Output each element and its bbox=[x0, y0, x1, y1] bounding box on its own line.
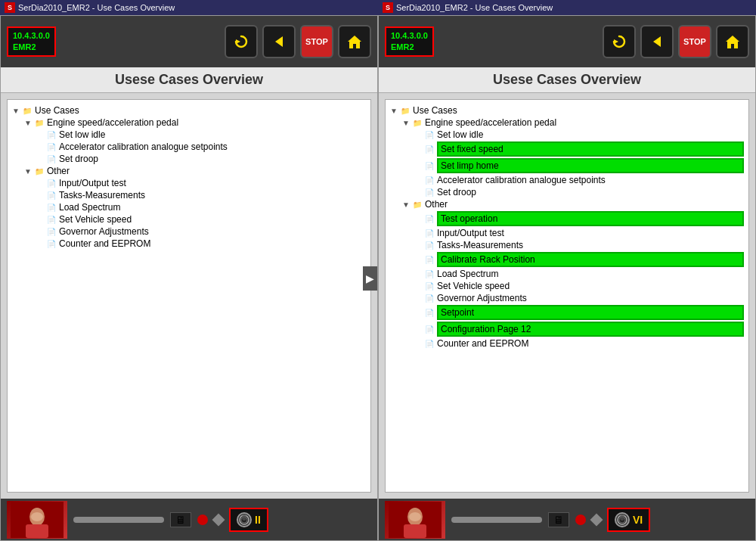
left-statusbar: II bbox=[1, 499, 377, 540]
file-icon-counter-left bbox=[47, 239, 57, 248]
app-icon-right: S bbox=[383, 2, 393, 13]
title-bar-right: S SerDia2010_EMR2 - Use Cases Overview bbox=[378, 0, 756, 15]
folder-icon-other-right bbox=[413, 200, 423, 209]
back-button-left[interactable] bbox=[262, 25, 296, 58]
svg-marker-11 bbox=[653, 36, 661, 47]
tree-other-folder-right[interactable]: ▼ Other bbox=[390, 198, 744, 210]
file-icon-config bbox=[425, 325, 435, 334]
tree-root-right[interactable]: ▼ Use Cases bbox=[390, 104, 744, 117]
file-icon-low-idle-left bbox=[47, 130, 57, 139]
timer-icon-left bbox=[237, 512, 252, 527]
tree-item-vehicle-right[interactable]: Set Vehicle speed bbox=[390, 280, 744, 292]
tree-item-fixed-speed[interactable]: Set fixed speed bbox=[390, 141, 744, 157]
tree-root-left[interactable]: ▼ Use Cases bbox=[12, 104, 366, 117]
tree-item-test-operation[interactable]: Test operation bbox=[390, 210, 744, 227]
tree-engine-folder-left[interactable]: ▼ Engine speed/acceleration pedal bbox=[12, 117, 366, 129]
tree-item-acc-cal-left[interactable]: Accelerator calibration analogue setpoin… bbox=[12, 141, 366, 153]
svg-point-9 bbox=[242, 515, 246, 521]
tree-item-load-left[interactable]: Load Spectrum bbox=[12, 201, 366, 213]
left-panel: 10.4.3.0.0 EMR2 STOP bbox=[0, 15, 378, 541]
version-box-left: 10.4.3.0.0 EMR2 bbox=[7, 26, 56, 58]
timer-box-left[interactable]: II bbox=[229, 508, 268, 532]
tree-item-counter-left[interactable]: Counter and EEPROM bbox=[12, 238, 366, 250]
back-button-right[interactable] bbox=[640, 25, 674, 58]
tree-item-tasks-right[interactable]: Tasks-Measurements bbox=[390, 239, 744, 251]
right-toolbar: 10.4.3.0.0 EMR2 STOP bbox=[379, 16, 755, 67]
svg-marker-0 bbox=[236, 39, 240, 44]
tree-root-label-right: Use Cases bbox=[413, 105, 744, 116]
status-ball-left bbox=[197, 515, 208, 525]
file-icon-fixed-speed bbox=[425, 145, 435, 154]
tree-item-setpoint[interactable]: Setpoint bbox=[390, 304, 744, 321]
folder-icon-root-right bbox=[401, 106, 411, 115]
tree-item-tasks-left[interactable]: Tasks-Measurements bbox=[12, 189, 366, 201]
title-bar-left: S SerDia2010_EMR2 - Use Cases Overview bbox=[0, 0, 378, 15]
window-title-left: SerDia2010_EMR2 - Use Cases Overview bbox=[18, 3, 175, 12]
timer-box-right[interactable]: VI bbox=[607, 508, 650, 532]
tree-item-load-right[interactable]: Load Spectrum bbox=[390, 268, 744, 280]
tree-item-governor-right[interactable]: Governor Adjustments bbox=[390, 292, 744, 304]
folder-icon-engine-right bbox=[413, 118, 423, 127]
status-diamond-left bbox=[212, 513, 225, 526]
folder-icon-other-left bbox=[35, 166, 45, 176]
stop-button-left[interactable]: STOP bbox=[300, 25, 333, 58]
file-icon-low-idle-right bbox=[425, 130, 435, 139]
refresh-button-right[interactable] bbox=[603, 25, 636, 58]
file-icon-governor-left bbox=[47, 227, 57, 236]
tree-other-folder-left[interactable]: ▼ Other bbox=[12, 165, 366, 177]
svg-rect-15 bbox=[404, 524, 426, 538]
file-icon-io-right bbox=[425, 229, 435, 238]
app-icon-left: S bbox=[5, 2, 15, 13]
svg-marker-1 bbox=[275, 36, 283, 47]
progress-bar-left bbox=[73, 517, 164, 523]
right-tree-container[interactable]: ▼ Use Cases ▼ Engine speed/acceleration … bbox=[385, 99, 749, 493]
folder-icon-root-left bbox=[23, 106, 33, 115]
tree-engine-folder-right[interactable]: ▼ Engine speed/acceleration pedal bbox=[390, 117, 744, 129]
svg-marker-12 bbox=[726, 36, 739, 48]
left-panel-header: Usese Cases Overview bbox=[1, 67, 377, 93]
file-icon-io-left bbox=[47, 179, 57, 188]
file-icon-tasks-left bbox=[47, 191, 57, 200]
file-icon-acc-cal-left bbox=[47, 142, 57, 151]
version-box-right: 10.4.3.0.0 EMR2 bbox=[385, 26, 434, 58]
tree-item-calibrate-rack[interactable]: Calibrate Rack Position bbox=[390, 251, 744, 268]
nav-arrow-left[interactable]: ▶ bbox=[363, 266, 377, 291]
tree-item-io-test-right[interactable]: Input/Output test bbox=[390, 227, 744, 239]
file-icon-counter-right bbox=[425, 339, 435, 348]
home-button-right[interactable] bbox=[716, 25, 749, 58]
tree-item-config-page[interactable]: Configuration Page 12 bbox=[390, 321, 744, 337]
file-icon-tasks-right bbox=[425, 241, 435, 250]
file-icon-vehicle-right bbox=[425, 281, 435, 291]
right-panel: 10.4.3.0.0 EMR2 STOP bbox=[378, 15, 756, 541]
tree-item-droop-left[interactable]: Set droop bbox=[12, 153, 366, 165]
right-tree: ▼ Use Cases ▼ Engine speed/acceleration … bbox=[390, 104, 744, 350]
file-icon-setpoint bbox=[425, 308, 435, 317]
file-icon-droop-left bbox=[47, 154, 57, 163]
tree-item-low-idle-right[interactable]: Set low idle bbox=[390, 129, 744, 141]
status-diamond-right bbox=[590, 513, 603, 526]
home-button-left[interactable] bbox=[338, 25, 371, 58]
file-icon-test-op bbox=[425, 214, 435, 223]
stop-button-right[interactable]: STOP bbox=[678, 25, 711, 58]
refresh-button-left[interactable] bbox=[225, 25, 258, 58]
window-title-right: SerDia2010_EMR2 - Use Cases Overview bbox=[396, 3, 553, 12]
tree-root-label-left: Use Cases bbox=[35, 105, 366, 116]
left-tree-container[interactable]: ▼ Use Cases ▼ Engine speed/acceleration … bbox=[7, 99, 371, 493]
file-icon-droop-right bbox=[425, 188, 435, 197]
mechanic-image-right bbox=[385, 501, 445, 539]
tree-item-io-test-left[interactable]: Input/Output test bbox=[12, 177, 366, 189]
tree-item-governor-left[interactable]: Governor Adjustments bbox=[12, 225, 366, 238]
monitor-icon-left bbox=[170, 512, 191, 527]
file-icon-load-right bbox=[425, 269, 435, 278]
tree-item-limp-home[interactable]: Set limp home bbox=[390, 157, 744, 174]
svg-rect-5 bbox=[26, 524, 48, 538]
tree-item-acc-cal-right[interactable]: Accelerator calibration analogue setpoin… bbox=[390, 174, 744, 186]
tree-engine-label-left: Engine speed/acceleration pedal bbox=[47, 117, 366, 128]
progress-bar-right bbox=[451, 517, 542, 523]
file-icon-rack bbox=[425, 255, 435, 264]
tree-item-low-idle-left[interactable]: Set low idle bbox=[12, 129, 366, 141]
tree-item-vehicle-left[interactable]: Set Vehicle speed bbox=[12, 213, 366, 225]
file-icon-limp-home bbox=[425, 161, 435, 170]
tree-item-counter-right[interactable]: Counter and EEPROM bbox=[390, 337, 744, 350]
tree-item-droop-right[interactable]: Set droop bbox=[390, 186, 744, 198]
